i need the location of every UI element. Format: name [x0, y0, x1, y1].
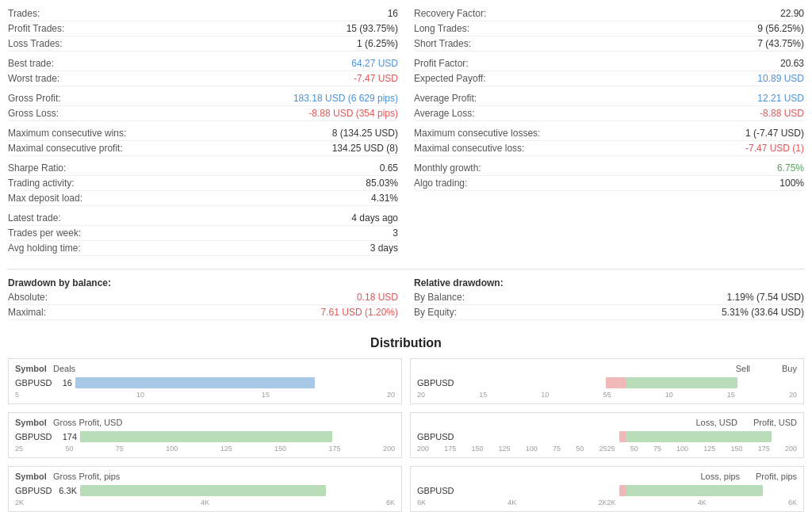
stat-row: Maximal consecutive loss:-7.47 USD (1)	[414, 141, 804, 156]
gp-usd-col-label: Gross Profit, USD	[53, 418, 395, 427]
stat-label: Trades per week:	[8, 227, 87, 239]
deals-axis: 5101520	[15, 391, 395, 399]
drawdown-row: Absolute:0.18 USD	[8, 290, 398, 305]
gp-usd-axis: 255075100125150175200	[15, 445, 395, 453]
buy-axis: 5101520	[607, 391, 798, 399]
deals-symbol-header: Symbol	[15, 364, 53, 373]
lp-pips-axis: 6K4K2K 2K4K6K	[417, 499, 797, 506]
loss-pips-axis: 6K4K2K	[417, 499, 607, 506]
stat-value: 16	[388, 8, 398, 19]
distribution-title: Distribution	[8, 336, 804, 350]
stat-label: Algo trading:	[414, 178, 473, 189]
stat-row: Maximal consecutive profit:134.25 USD (8…	[8, 141, 398, 156]
profit-pips-axis: 2K4K6K	[607, 499, 798, 506]
main-container: Trades:16Profit Trades:15 (93.75%)Loss T…	[0, 0, 812, 512]
sell-label: Sell	[736, 364, 750, 373]
stat-row: Maximum consecutive wins:8 (134.25 USD)	[8, 126, 398, 141]
stat-value: 3	[393, 227, 398, 239]
lp-pips-bars	[455, 484, 797, 497]
gp-pips-value: 6.3K	[53, 486, 77, 495]
profit-usd-bar	[626, 431, 772, 442]
drawdown-value: 0.18 USD	[357, 292, 398, 303]
drawdown-right: Relative drawdown: By Balance:1.19% (7.5…	[414, 274, 804, 320]
sell-axis: 2015105	[417, 391, 607, 399]
deals-bar	[75, 377, 315, 388]
profit-usd-axis: 255075100125150175200	[607, 445, 798, 453]
stat-row: Profit Factor:20.63	[414, 56, 804, 71]
stat-label: Best trade:	[8, 58, 60, 69]
gp-usd-symbol: GBPUSD	[15, 432, 53, 441]
gp-usd-bar	[80, 431, 332, 442]
stat-label: Profit Factor:	[414, 58, 475, 69]
stat-row: Trades:16	[8, 6, 398, 21]
stat-value: 100%	[779, 178, 804, 189]
gross-profit-pips-chart: Symbol Gross Profit, pips GBPUSD 6.3K 2K…	[8, 466, 402, 512]
stat-value: 134.25 USD (8)	[332, 143, 398, 154]
buy-label: Buy	[782, 364, 797, 373]
stat-value: 0.65	[380, 162, 398, 174]
stat-label: Expected Payoff:	[414, 73, 492, 84]
gp-pips-axis: 2K4K6K	[15, 499, 395, 506]
dist-row-1: Symbol Deals GBPUSD 16 5101520 Sell Buy …	[8, 358, 804, 404]
stat-label: Gross Profit:	[8, 93, 67, 104]
buy-bar-side	[626, 377, 798, 388]
drawdown-left-header: Drawdown by balance:	[8, 274, 398, 290]
profit-pips-label: Profit, pips	[756, 472, 797, 481]
stat-label	[8, 208, 14, 209]
gp-pips-bar	[80, 485, 326, 496]
stat-value: 22.90	[780, 8, 804, 19]
stat-row: Algo trading:100%	[414, 176, 804, 191]
drawdown-section: Drawdown by balance: Absolute:0.18 USDMa…	[8, 274, 804, 320]
stat-label: Maximum consecutive losses:	[414, 128, 546, 139]
sell-buy-symbol: GBPUSD	[417, 378, 455, 388]
stat-row: Loss Trades:1 (6.25%)	[8, 36, 398, 52]
stat-value: 7 (43.75%)	[757, 38, 804, 49]
stat-row: Profit Trades:15 (93.75%)	[8, 21, 398, 36]
stat-label: Long Trades:	[414, 23, 476, 34]
stat-value: 85.03%	[366, 178, 398, 189]
stat-row: Recovery Factor:22.90	[414, 6, 804, 21]
stats-right-column: Recovery Factor:22.90Long Trades:9 (56.2…	[414, 6, 804, 256]
loss-usd-axis: 200175150125100755025	[417, 445, 607, 453]
stat-row: Gross Profit:183.18 USD (6 629 pips)	[8, 91, 398, 106]
stat-value: 20.63	[780, 58, 804, 69]
stat-label: Worst trade:	[8, 73, 66, 84]
stat-value: 10.89 USD	[757, 73, 804, 84]
stat-row: Maximum consecutive losses:1 (-7.47 USD)	[414, 126, 804, 141]
stat-value: 15 (93.75%)	[347, 23, 398, 34]
loss-usd-bar-side	[455, 431, 626, 442]
stat-value: 8 (134.25 USD)	[332, 128, 398, 139]
stat-row: Monthly growth:6.75%	[414, 161, 804, 176]
stat-row: Long Trades:9 (56.25%)	[414, 21, 804, 36]
stat-label: Latest trade:	[8, 212, 67, 224]
gross-profit-usd-chart: Symbol Gross Profit, USD GBPUSD 174 2550…	[8, 412, 402, 458]
stat-label	[414, 158, 420, 159]
stat-value: 1 (-7.47 USD)	[745, 128, 804, 139]
gp-pips-bar-container	[80, 484, 395, 497]
dist-row-2: Symbol Gross Profit, USD GBPUSD 174 2550…	[8, 412, 804, 458]
deals-col-label: Deals	[53, 364, 395, 373]
stat-label: Trading activity:	[8, 178, 81, 189]
drawdown-value: 5.31% (33.64 USD)	[722, 307, 804, 318]
sell-buy-bars	[455, 376, 797, 389]
stat-label: Average Loss:	[414, 108, 481, 119]
drawdown-label: By Equity:	[414, 307, 463, 318]
stat-label: Monthly growth:	[414, 162, 488, 174]
drawdown-value: 7.61 USD (1.20%)	[321, 307, 398, 318]
stat-label: Maximal consecutive profit:	[8, 143, 129, 154]
loss-pips-bar	[619, 485, 626, 496]
stat-label: Maximal consecutive loss:	[414, 143, 530, 154]
profit-pips-bar-side	[626, 485, 798, 496]
stat-label	[414, 88, 420, 90]
stat-value: 4.31%	[371, 193, 398, 204]
sell-buy-chart: Sell Buy GBPUSD 2015105 5101520	[410, 358, 804, 404]
loss-profit-pips-chart: Loss, pips Profit, pips GBPUSD 6K4K2K 2K…	[410, 466, 804, 512]
drawdown-right-header: Relative drawdown:	[414, 274, 804, 290]
stats-section: Trades:16Profit Trades:15 (93.75%)Loss T…	[8, 6, 804, 256]
dist-row-3: Symbol Gross Profit, pips GBPUSD 6.3K 2K…	[8, 466, 804, 512]
drawdown-left: Drawdown by balance: Absolute:0.18 USDMa…	[8, 274, 398, 320]
loss-profit-usd-chart: Loss, USD Profit, USD GBPUSD 20017515012…	[410, 412, 804, 458]
stat-value: -8.88 USD	[760, 108, 804, 119]
stat-row: Sharpe Ratio:0.65	[8, 161, 398, 176]
stat-row: Gross Loss:-8.88 USD (354 pips)	[8, 106, 398, 121]
